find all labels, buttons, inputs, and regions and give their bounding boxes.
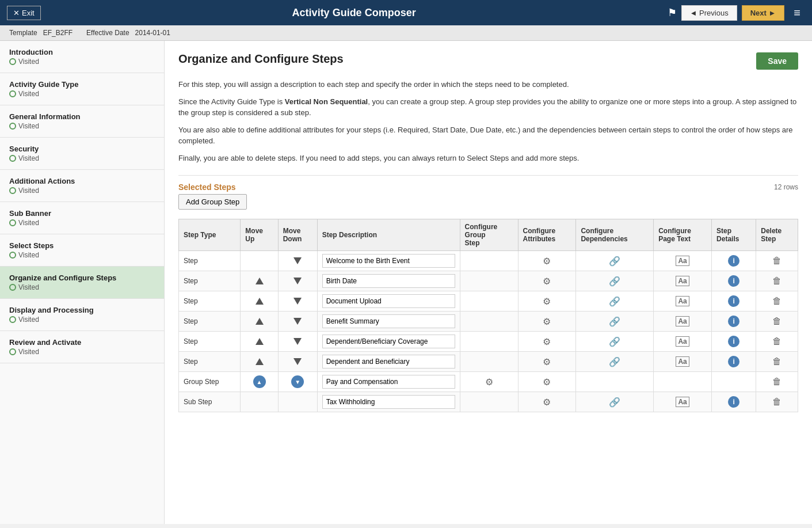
configure-attributes-button[interactable]: ⚙ — [540, 275, 553, 288]
cell-configure-attributes: ⚙ — [518, 271, 576, 291]
configure-dependencies-button[interactable]: 🔗 — [607, 396, 623, 409]
move-down-button[interactable]: ▼ — [291, 375, 304, 388]
next-button[interactable]: Next ► — [742, 5, 785, 21]
cell-configure-attributes: ⚙ — [518, 392, 576, 412]
configure-page-text-button[interactable]: Aa — [676, 397, 689, 407]
top-bar-left: ✕ Exit — [7, 6, 41, 20]
step-description-input[interactable] — [322, 355, 455, 369]
content-title: Organize and Configure Steps — [178, 52, 344, 66]
configure-attributes-button[interactable]: ⚙ — [540, 355, 553, 369]
step-description-input[interactable] — [322, 314, 455, 328]
configure-dependencies-button[interactable]: 🔗 — [607, 254, 623, 268]
move-up-button[interactable] — [253, 337, 266, 346]
save-button[interactable]: Save — [756, 52, 798, 70]
configure-attributes-button[interactable]: ⚙ — [540, 375, 553, 389]
move-up-button[interactable] — [253, 297, 266, 306]
cell-move-up — [241, 352, 278, 372]
sidebar-item-additional-actions[interactable]: Additional Actions Visited — [0, 170, 164, 202]
configure-page-text-button[interactable]: Aa — [676, 356, 689, 367]
move-up-button[interactable] — [253, 357, 266, 366]
sidebar-item-general-information[interactable]: General Information Visited — [0, 105, 164, 138]
sidebar-item-security[interactable]: Security Visited — [0, 138, 164, 170]
step-description-input[interactable] — [322, 274, 455, 288]
cell-step-type: Sub Step — [179, 392, 241, 412]
move-up-button[interactable] — [253, 317, 266, 326]
configure-attributes-button[interactable]: ⚙ — [540, 396, 553, 409]
step-details-button[interactable]: i — [728, 356, 739, 367]
step-description-input[interactable] — [322, 395, 455, 409]
step-description-input[interactable] — [322, 254, 455, 268]
table-header-row: Step Type MoveUp MoveDown Step Descripti… — [179, 219, 798, 251]
configure-attributes-button[interactable]: ⚙ — [540, 295, 553, 308]
step-details-button[interactable]: i — [728, 295, 739, 307]
step-details-button[interactable]: i — [728, 275, 739, 287]
delete-step-button[interactable]: 🗑 — [770, 254, 784, 267]
configure-dependencies-button[interactable]: 🔗 — [607, 295, 623, 308]
configure-dependencies-button[interactable]: 🔗 — [607, 275, 623, 288]
sidebar-item-review-activate[interactable]: Review and Activate Visited — [0, 331, 164, 363]
delete-step-button[interactable]: 🗑 — [770, 315, 784, 328]
sidebar-item-display-processing[interactable]: Display and Processing Visited — [0, 299, 164, 331]
configure-attributes-button[interactable]: ⚙ — [540, 335, 553, 348]
move-down-button[interactable] — [291, 297, 304, 306]
next-label: Next ► — [750, 9, 776, 17]
table-row: Step⚙🔗Aai🗑 — [179, 312, 798, 332]
step-description-input[interactable] — [322, 294, 455, 308]
previous-button[interactable]: ◄ Previous — [681, 5, 737, 21]
step-details-button[interactable]: i — [728, 316, 739, 327]
delete-step-button[interactable]: 🗑 — [770, 375, 784, 388]
configure-attributes-button[interactable]: ⚙ — [540, 254, 553, 268]
step-details-button[interactable]: i — [728, 396, 739, 408]
delete-step-button[interactable]: 🗑 — [770, 396, 784, 408]
cell-delete-step: 🗑 — [756, 392, 798, 412]
configure-attributes-button[interactable]: ⚙ — [540, 315, 553, 328]
move-down-button[interactable] — [291, 317, 304, 326]
delete-step-button[interactable]: 🗑 — [770, 295, 784, 307]
delete-step-button[interactable]: 🗑 — [770, 335, 784, 348]
cell-configure-dependencies: 🔗 — [576, 392, 654, 412]
configure-page-text-button[interactable]: Aa — [676, 316, 689, 326]
menu-button[interactable]: ≡ — [789, 4, 805, 22]
sidebar-item-additional-actions-status: Visited — [9, 187, 155, 195]
sidebar-item-introduction[interactable]: Introduction Visited — [0, 41, 164, 73]
configure-page-text-button[interactable]: Aa — [676, 336, 689, 347]
configure-dependencies-button[interactable]: 🔗 — [607, 335, 623, 348]
configure-group-step-button[interactable]: ⚙ — [483, 375, 495, 389]
add-group-step-button[interactable]: Add Group Step — [178, 194, 247, 210]
sidebar-item-general-information-label: General Information — [9, 112, 155, 121]
step-description-input[interactable] — [322, 335, 455, 348]
exit-button[interactable]: ✕ Exit — [7, 6, 41, 20]
configure-page-text-button[interactable]: Aa — [676, 296, 689, 306]
sidebar-item-sub-banner[interactable]: Sub Banner Visited — [0, 202, 164, 234]
sidebar-item-organize-configure-steps-status: Visited — [9, 283, 155, 291]
template-label: Template — [9, 29, 37, 37]
exit-label: Exit — [22, 9, 35, 17]
move-up-button[interactable] — [253, 276, 266, 286]
cell-configure-dependencies — [576, 372, 654, 392]
configure-dependencies-button[interactable]: 🔗 — [607, 355, 623, 369]
sidebar-item-activity-guide-type[interactable]: Activity Guide Type Visited — [0, 73, 164, 105]
status-circle — [9, 252, 16, 259]
move-down-button[interactable] — [291, 357, 304, 366]
sidebar-item-review-activate-status: Visited — [9, 348, 155, 356]
cell-configure-page-text: Aa — [654, 312, 712, 332]
cell-move-down — [278, 392, 317, 412]
step-details-button[interactable]: i — [728, 255, 739, 267]
delete-step-button[interactable]: 🗑 — [770, 355, 784, 368]
cell-delete-step: 🗑 — [756, 271, 798, 291]
cell-configure-group-step — [460, 392, 518, 412]
cell-configure-dependencies: 🔗 — [576, 312, 654, 332]
delete-step-button[interactable]: 🗑 — [770, 275, 784, 287]
configure-dependencies-button[interactable]: 🔗 — [607, 315, 623, 328]
move-up-button[interactable]: ▲ — [253, 375, 266, 388]
template-bar: Template EF_B2FF Effective Date 2014-01-… — [0, 25, 812, 41]
step-details-button[interactable]: i — [728, 336, 739, 347]
configure-page-text-button[interactable]: Aa — [676, 276, 689, 286]
move-down-button[interactable] — [291, 276, 304, 286]
configure-page-text-button[interactable]: Aa — [676, 256, 689, 266]
move-down-button[interactable] — [291, 256, 304, 265]
move-down-button[interactable] — [291, 337, 304, 346]
sidebar-item-select-steps[interactable]: Select Steps Visited — [0, 234, 164, 267]
sidebar-item-organize-configure-steps[interactable]: Organize and Configure Steps Visited — [0, 267, 164, 299]
step-description-input[interactable] — [322, 375, 455, 389]
